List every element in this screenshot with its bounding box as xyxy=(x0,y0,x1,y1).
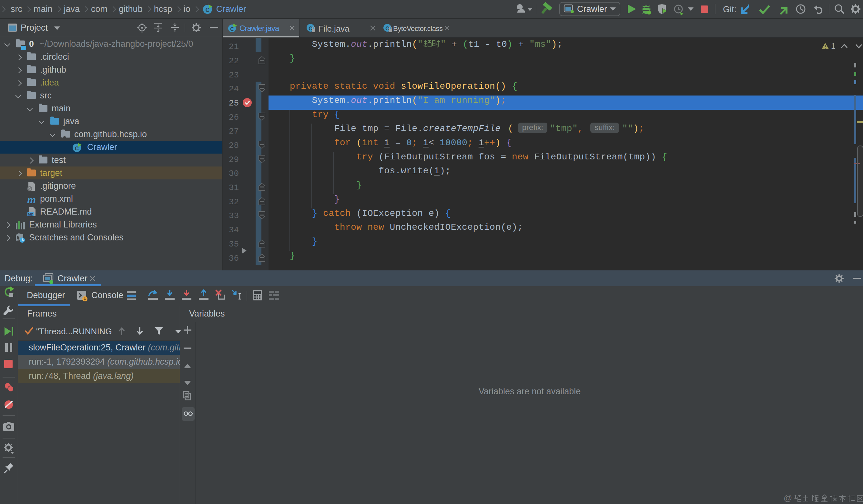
svg-text:C: C xyxy=(205,7,210,13)
svg-text:MD: MD xyxy=(28,212,33,216)
svg-text:1: 1 xyxy=(831,42,835,50)
svg-text:Git:: Git: xyxy=(723,4,737,14)
svg-text:C: C xyxy=(230,26,234,32)
svg-text:Crawler: Crawler xyxy=(577,4,607,14)
svg-text:C: C xyxy=(75,146,79,152)
